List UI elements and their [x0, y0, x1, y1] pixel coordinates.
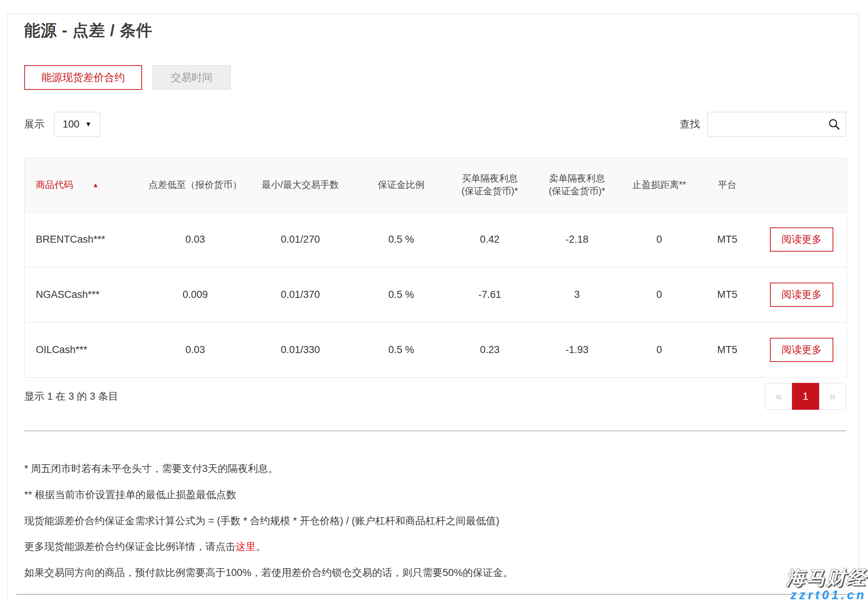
margin-cell: 0.5 % [356, 322, 447, 378]
platform-cell: MT5 [698, 322, 757, 378]
column-header-swap-long[interactable]: 买单隔夜利息 (保证金货币)* [447, 158, 533, 212]
table-footer: 显示 1 在 3 的 3 条目 « 1 » [24, 382, 846, 410]
stop-distance-cell: 0 [621, 267, 698, 322]
symbol-cell: NGASCash*** [24, 267, 146, 322]
margin-cell: 0.5 % [356, 212, 447, 267]
platform-cell: MT5 [698, 267, 757, 322]
tab-trading-hours[interactable]: 交易时间 [153, 65, 231, 90]
footnote-hedged-margin: 如果交易同方向的商品，预付款比例需要高于100%，若使用差价合约锁仓交易的话，则… [24, 567, 846, 580]
swap-short-cell: -1.93 [533, 322, 621, 378]
pagination-page-1[interactable]: 1 [792, 383, 819, 410]
content-panel: 能源 - 点差 / 条件 能源现货差价合约 交易时间 展示 100 ▼ 查找 [8, 14, 859, 601]
footnote-stop-distance: ** 根据当前市价设置挂单的最低止损盈最低点数 [24, 489, 846, 502]
pagination-prev-button[interactable]: « [765, 383, 792, 410]
table-header-row: 商品代码▲ 点差低至（报价货币） 最小/最大交易手数 保证金比例 买单隔夜利息 … [24, 158, 847, 212]
sort-ascending-icon: ▲ [93, 181, 99, 190]
table-row: BRENTCash*** 0.03 0.01/270 0.5 % 0.42 -2… [24, 212, 847, 267]
column-header-swap-short[interactable]: 卖单隔夜利息 (保证金货币)* [533, 158, 621, 212]
page-title: 能源 - 点差 / 条件 [24, 20, 846, 41]
column-header-platform[interactable]: 平台 [698, 158, 757, 212]
table-controls: 展示 100 ▼ 查找 [24, 112, 846, 136]
page-size-dropdown[interactable]: 100 ▼ [54, 112, 100, 136]
symbol-cell: BRENTCash*** [24, 212, 146, 267]
page-size-control: 展示 100 ▼ [24, 112, 100, 136]
lots-cell: 0.01/370 [245, 267, 356, 322]
column-header-spread[interactable]: 点差低至（报价货币） [146, 158, 245, 212]
here-link[interactable]: 这里 [236, 541, 256, 552]
footnote-margin-formula: 现货能源差价合约保证金需求计算公式为 = (手数 * 合约规模 * 开仓价格) … [24, 515, 846, 528]
search-label: 查找 [680, 117, 700, 131]
swap-short-cell: -2.18 [533, 212, 621, 267]
column-header-actions [757, 158, 847, 212]
column-header-stop-distance[interactable]: 止盈损距离** [621, 158, 698, 212]
double-chevron-left-icon: « [775, 390, 782, 403]
watermark-site: zzrt01.cn [786, 589, 866, 601]
page-size-value: 100 [63, 119, 79, 130]
tab-bar: 能源现货差价合约 交易时间 [24, 65, 846, 90]
swap-long-cell: -7.61 [447, 267, 533, 322]
stop-distance-cell: 0 [621, 322, 698, 378]
divider [24, 430, 846, 432]
chevron-down-icon: ▼ [85, 121, 92, 128]
search-icon [827, 117, 841, 132]
table-row: NGASCash*** 0.009 0.01/370 0.5 % -7.61 3… [24, 267, 847, 322]
read-more-button[interactable]: 阅读更多 [770, 282, 833, 307]
footnote-margin-details: 更多现货能源差价合约保证金比例详情，请点击这里。 [24, 541, 846, 553]
tab-energy-spot-cfd[interactable]: 能源现货差价合约 [24, 65, 142, 90]
spread-cell: 0.009 [146, 267, 245, 322]
footnotes: * 周五闭市时若有未平仓头寸，需要支付3天的隔夜利息。 ** 根据当前市价设置挂… [24, 463, 846, 580]
swap-long-cell: 0.42 [447, 212, 533, 267]
read-more-button[interactable]: 阅读更多 [770, 338, 833, 362]
swap-long-cell: 0.23 [447, 322, 533, 378]
column-header-lots[interactable]: 最小/最大交易手数 [245, 158, 356, 212]
page: 能源 - 点差 / 条件 能源现货差价合约 交易时间 展示 100 ▼ 查找 [0, 0, 868, 601]
stop-distance-cell: 0 [621, 212, 698, 267]
watermark: 海马财经 zzrt01.cn [786, 568, 866, 601]
entries-summary: 显示 1 在 3 的 3 条目 [24, 390, 118, 403]
show-label: 展示 [24, 117, 44, 131]
bottom-divider [16, 594, 859, 595]
pagination-next-button[interactable]: » [819, 383, 846, 410]
double-chevron-right-icon: » [829, 390, 836, 403]
table-row: OILCash*** 0.03 0.01/330 0.5 % 0.23 -1.9… [24, 322, 847, 378]
search-box [707, 112, 846, 136]
symbol-cell: OILCash*** [24, 322, 146, 378]
instruments-table: 商品代码▲ 点差低至（报价货币） 最小/最大交易手数 保证金比例 买单隔夜利息 … [24, 158, 847, 378]
spread-cell: 0.03 [146, 322, 245, 378]
margin-cell: 0.5 % [356, 267, 447, 322]
footnote-weekend-swap: * 周五闭市时若有未平仓头寸，需要支付3天的隔夜利息。 [24, 463, 846, 475]
search-input[interactable] [707, 112, 846, 136]
platform-cell: MT5 [698, 212, 757, 267]
watermark-brand: 海马财经 [786, 568, 866, 587]
lots-cell: 0.01/270 [245, 212, 356, 267]
search-control: 查找 [680, 112, 846, 136]
swap-short-cell: 3 [533, 267, 621, 322]
column-header-symbol[interactable]: 商品代码▲ [24, 158, 146, 212]
pagination: « 1 » [765, 383, 846, 410]
read-more-button[interactable]: 阅读更多 [770, 227, 833, 252]
column-header-margin[interactable]: 保证金比例 [356, 158, 447, 212]
lots-cell: 0.01/330 [245, 322, 356, 378]
spread-cell: 0.03 [146, 212, 245, 267]
